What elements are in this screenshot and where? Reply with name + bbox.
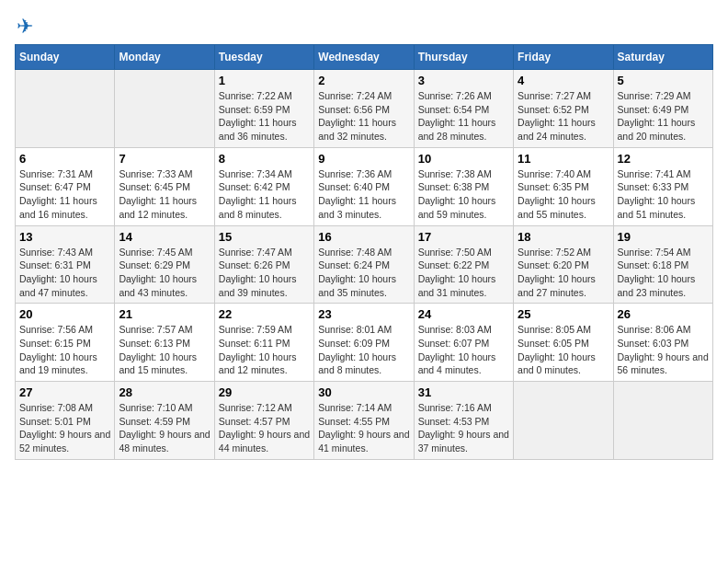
calendar-cell: 8Sunrise: 7:34 AM Sunset: 6:42 PM Daylig…: [214, 147, 313, 225]
day-info: Sunrise: 8:06 AM Sunset: 6:03 PM Dayligh…: [618, 323, 709, 377]
calendar-cell: 27Sunrise: 7:08 AM Sunset: 5:01 PM Dayli…: [16, 382, 115, 460]
day-number: 23: [318, 307, 409, 321]
day-number: 2: [318, 74, 409, 87]
day-number: 1: [219, 74, 310, 87]
day-info: Sunrise: 7:56 AM Sunset: 6:15 PM Dayligh…: [19, 323, 110, 377]
day-number: 11: [518, 152, 609, 166]
day-number: 4: [518, 74, 609, 87]
calendar-cell: 28Sunrise: 7:10 AM Sunset: 4:59 PM Dayli…: [115, 382, 214, 460]
header: ✈: [15, 15, 713, 35]
day-info: Sunrise: 8:05 AM Sunset: 6:05 PM Dayligh…: [518, 323, 609, 377]
day-number: 5: [618, 74, 709, 87]
day-info: Sunrise: 7:12 AM Sunset: 4:57 PM Dayligh…: [219, 401, 310, 455]
calendar-cell: 26Sunrise: 8:06 AM Sunset: 6:03 PM Dayli…: [613, 304, 712, 382]
calendar-cell: 7Sunrise: 7:33 AM Sunset: 6:45 PM Daylig…: [115, 147, 214, 225]
day-info: Sunrise: 7:45 AM Sunset: 6:29 PM Dayligh…: [119, 246, 210, 300]
week-row-5: 27Sunrise: 7:08 AM Sunset: 5:01 PM Dayli…: [16, 382, 713, 460]
day-number: 28: [119, 385, 210, 399]
calendar-cell: 6Sunrise: 7:31 AM Sunset: 6:47 PM Daylig…: [16, 147, 115, 225]
day-number: 12: [618, 152, 709, 166]
calendar-cell: 19Sunrise: 7:54 AM Sunset: 6:18 PM Dayli…: [613, 225, 712, 304]
calendar-cell: 24Sunrise: 8:03 AM Sunset: 6:07 PM Dayli…: [414, 304, 513, 382]
day-number: 15: [219, 230, 310, 244]
day-number: 22: [219, 307, 310, 321]
day-info: Sunrise: 7:40 AM Sunset: 6:35 PM Dayligh…: [518, 167, 609, 222]
week-row-3: 13Sunrise: 7:43 AM Sunset: 6:31 PM Dayli…: [16, 225, 713, 304]
logo-bird-icon: ✈: [17, 15, 33, 39]
calendar-cell: 14Sunrise: 7:45 AM Sunset: 6:29 PM Dayli…: [115, 225, 214, 304]
day-number: 14: [119, 230, 210, 244]
day-info: Sunrise: 7:48 AM Sunset: 6:24 PM Dayligh…: [318, 246, 409, 300]
calendar-cell: 25Sunrise: 8:05 AM Sunset: 6:05 PM Dayli…: [514, 304, 613, 382]
day-header-friday: Friday: [514, 45, 613, 70]
day-header-saturday: Saturday: [613, 45, 712, 70]
calendar-cell: 29Sunrise: 7:12 AM Sunset: 4:57 PM Dayli…: [214, 382, 313, 460]
day-number: 20: [19, 307, 110, 321]
calendar-cell: [16, 70, 115, 148]
day-number: 18: [518, 230, 609, 244]
calendar-cell: 21Sunrise: 7:57 AM Sunset: 6:13 PM Dayli…: [115, 304, 214, 382]
day-header-tuesday: Tuesday: [214, 45, 313, 70]
calendar-cell: 18Sunrise: 7:52 AM Sunset: 6:20 PM Dayli…: [514, 225, 613, 304]
calendar-cell: 12Sunrise: 7:41 AM Sunset: 6:33 PM Dayli…: [613, 147, 712, 225]
day-info: Sunrise: 7:36 AM Sunset: 6:40 PM Dayligh…: [318, 167, 409, 222]
day-info: Sunrise: 7:47 AM Sunset: 6:26 PM Dayligh…: [219, 246, 310, 300]
calendar-cell: 11Sunrise: 7:40 AM Sunset: 6:35 PM Dayli…: [514, 147, 613, 225]
calendar-cell: 4Sunrise: 7:27 AM Sunset: 6:52 PM Daylig…: [514, 70, 613, 148]
day-number: 19: [618, 230, 709, 244]
calendar-cell: 9Sunrise: 7:36 AM Sunset: 6:40 PM Daylig…: [314, 147, 414, 225]
day-info: Sunrise: 7:24 AM Sunset: 6:56 PM Dayligh…: [318, 89, 409, 144]
day-info: Sunrise: 7:38 AM Sunset: 6:38 PM Dayligh…: [418, 167, 509, 222]
day-number: 13: [19, 230, 110, 244]
day-number: 29: [219, 385, 310, 399]
calendar-cell: [115, 70, 214, 148]
day-number: 25: [518, 307, 609, 321]
calendar-cell: 23Sunrise: 8:01 AM Sunset: 6:09 PM Dayli…: [314, 304, 414, 382]
day-number: 31: [418, 385, 509, 399]
day-number: 3: [418, 74, 509, 87]
day-info: Sunrise: 7:43 AM Sunset: 6:31 PM Dayligh…: [19, 246, 110, 300]
week-row-4: 20Sunrise: 7:56 AM Sunset: 6:15 PM Dayli…: [16, 304, 713, 382]
calendar-cell: 22Sunrise: 7:59 AM Sunset: 6:11 PM Dayli…: [214, 304, 313, 382]
calendar-cell: 10Sunrise: 7:38 AM Sunset: 6:38 PM Dayli…: [414, 147, 513, 225]
day-header-wednesday: Wednesday: [314, 45, 414, 70]
day-info: Sunrise: 7:26 AM Sunset: 6:54 PM Dayligh…: [418, 89, 509, 144]
calendar-cell: 15Sunrise: 7:47 AM Sunset: 6:26 PM Dayli…: [214, 225, 313, 304]
day-info: Sunrise: 7:27 AM Sunset: 6:52 PM Dayligh…: [518, 89, 609, 144]
day-info: Sunrise: 7:50 AM Sunset: 6:22 PM Dayligh…: [418, 246, 509, 300]
calendar-cell: 20Sunrise: 7:56 AM Sunset: 6:15 PM Dayli…: [16, 304, 115, 382]
calendar-cell: 2Sunrise: 7:24 AM Sunset: 6:56 PM Daylig…: [314, 70, 414, 148]
day-info: Sunrise: 7:14 AM Sunset: 4:55 PM Dayligh…: [318, 401, 409, 455]
calendar-cell: 16Sunrise: 7:48 AM Sunset: 6:24 PM Dayli…: [314, 225, 414, 304]
day-info: Sunrise: 7:31 AM Sunset: 6:47 PM Dayligh…: [19, 167, 110, 222]
day-number: 17: [418, 230, 509, 244]
day-number: 7: [119, 152, 210, 166]
day-number: 24: [418, 307, 509, 321]
day-info: Sunrise: 7:33 AM Sunset: 6:45 PM Dayligh…: [119, 167, 210, 222]
day-number: 8: [219, 152, 310, 166]
day-info: Sunrise: 8:01 AM Sunset: 6:09 PM Dayligh…: [318, 323, 409, 377]
day-info: Sunrise: 7:29 AM Sunset: 6:49 PM Dayligh…: [618, 89, 709, 144]
day-info: Sunrise: 7:54 AM Sunset: 6:18 PM Dayligh…: [618, 246, 709, 300]
day-info: Sunrise: 7:59 AM Sunset: 6:11 PM Dayligh…: [219, 323, 310, 377]
day-number: 26: [618, 307, 709, 321]
week-row-2: 6Sunrise: 7:31 AM Sunset: 6:47 PM Daylig…: [16, 147, 713, 225]
day-info: Sunrise: 7:57 AM Sunset: 6:13 PM Dayligh…: [119, 323, 210, 377]
day-info: Sunrise: 8:03 AM Sunset: 6:07 PM Dayligh…: [418, 323, 509, 377]
day-info: Sunrise: 7:22 AM Sunset: 6:59 PM Dayligh…: [219, 89, 310, 144]
day-info: Sunrise: 7:08 AM Sunset: 5:01 PM Dayligh…: [19, 401, 110, 455]
calendar-cell: 1Sunrise: 7:22 AM Sunset: 6:59 PM Daylig…: [214, 70, 313, 148]
calendar-cell: 5Sunrise: 7:29 AM Sunset: 6:49 PM Daylig…: [613, 70, 712, 148]
day-header-sunday: Sunday: [16, 45, 115, 70]
days-header-row: SundayMondayTuesdayWednesdayThursdayFrid…: [16, 45, 713, 70]
day-info: Sunrise: 7:34 AM Sunset: 6:42 PM Dayligh…: [219, 167, 310, 222]
calendar-cell: 31Sunrise: 7:16 AM Sunset: 4:53 PM Dayli…: [414, 382, 513, 460]
calendar-cell: 17Sunrise: 7:50 AM Sunset: 6:22 PM Dayli…: [414, 225, 513, 304]
calendar-cell: [514, 382, 613, 460]
day-number: 16: [318, 230, 409, 244]
day-header-monday: Monday: [115, 45, 214, 70]
day-header-thursday: Thursday: [414, 45, 513, 70]
day-number: 10: [418, 152, 509, 166]
week-row-1: 1Sunrise: 7:22 AM Sunset: 6:59 PM Daylig…: [16, 70, 713, 148]
day-number: 27: [19, 385, 110, 399]
